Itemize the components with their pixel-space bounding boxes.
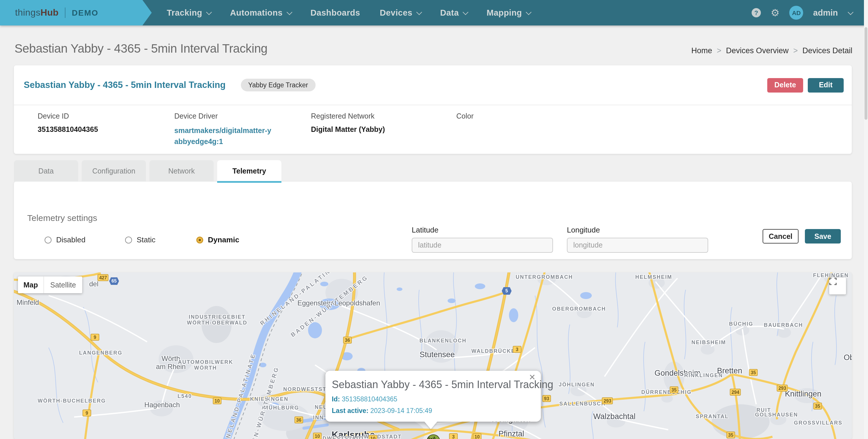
scrollbar[interactable]	[864, 0, 868, 439]
popup-last-active-row: Last active: 2023-09-14 17:05:49	[332, 407, 533, 414]
device-type-badge: Yabby Edge Tracker	[241, 79, 316, 91]
antenna-icon	[427, 435, 435, 439]
brand-name-right: Hub	[40, 7, 59, 18]
chevron-down-icon	[526, 9, 532, 15]
edit-button[interactable]: Edit	[808, 78, 844, 92]
avatar[interactable]: AD	[789, 6, 803, 20]
map-button[interactable]: Map	[18, 276, 44, 293]
telemetry-settings-card: Telemetry settings Disabled Static Dynam…	[14, 181, 852, 259]
fullscreen-icon[interactable]	[829, 278, 846, 294]
device-fields: Device ID 351358810404365 Device Driver …	[14, 105, 852, 154]
tab-data[interactable]: Data	[14, 160, 78, 181]
chevron-down-icon	[463, 9, 469, 15]
tab-network[interactable]: Network	[149, 160, 214, 181]
field-device-id: Device ID 351358810404365	[38, 112, 98, 134]
latitude-group: Latitude	[412, 226, 553, 253]
radio-icon	[125, 236, 132, 243]
map-info-window: ✕ Sebastian Yabby - 4365 - 5min Interval…	[326, 371, 541, 421]
popup-id-row: Id: 351358810404365	[332, 396, 533, 403]
app-root: thingsHub DEMO Tracking Automations Dash…	[0, 0, 868, 439]
map-type-control: Map Satellite	[18, 276, 82, 293]
environment-badge: DEMO	[72, 8, 98, 18]
field-registered-network: Registered Network Digital Matter (Yabby…	[311, 112, 385, 134]
close-icon[interactable]: ✕	[529, 373, 536, 381]
brand-name-left: things	[15, 7, 40, 18]
radio-static[interactable]: Static	[125, 235, 155, 244]
breadcrumb-home[interactable]: Home	[691, 46, 712, 55]
map-canvas[interactable]: MinfelddelLANGENBERGWörth am RheinINDUST…	[14, 272, 852, 439]
main-nav: Tracking Automations Dashboards Devices …	[167, 0, 530, 26]
page-title: Sebastian Yabby - 4365 - 5min Interval T…	[14, 42, 268, 56]
brand-divider	[65, 7, 65, 18]
chevron-down-icon	[287, 9, 292, 15]
top-nav-bar: thingsHub DEMO Tracking Automations Dash…	[0, 0, 868, 26]
breadcrumb: Home > Devices Overview > Devices Detail	[691, 46, 852, 55]
longitude-input[interactable]	[567, 238, 708, 253]
device-summary-card: Sebastian Yabby - 4365 - 5min Interval T…	[14, 65, 852, 154]
chevron-down-icon	[416, 9, 422, 15]
tab-configuration[interactable]: Configuration	[82, 160, 146, 181]
satellite-button[interactable]: Satellite	[44, 276, 82, 293]
fullscreen-glyph	[829, 278, 837, 285]
nav-item-dashboards[interactable]: Dashboards	[310, 8, 360, 18]
nav-item-devices[interactable]: Devices	[380, 8, 421, 18]
chevron-down-icon[interactable]	[848, 9, 854, 15]
save-button[interactable]: Save	[805, 229, 841, 243]
detail-tabs: Data Configuration Network Telemetry	[14, 160, 281, 181]
device-title: Sebastian Yabby - 4365 - 5min Interval T…	[24, 80, 225, 90]
gear-icon[interactable]: ⚙	[771, 8, 780, 18]
radio-dynamic[interactable]: Dynamic	[196, 235, 239, 244]
latitude-input[interactable]	[412, 238, 553, 253]
cancel-button[interactable]: Cancel	[763, 229, 799, 243]
field-color: Color	[456, 112, 474, 126]
scrollbar-thumb[interactable]	[865, 27, 867, 120]
longitude-group: Longitude	[567, 226, 708, 253]
delete-button[interactable]: Delete	[767, 78, 803, 92]
radio-icon-selected	[196, 236, 203, 243]
chevron-down-icon	[206, 9, 212, 15]
field-device-driver: Device Driver smartmakers/digitalmatter-…	[174, 112, 272, 147]
breadcrumb-devices-detail: Devices Detail	[802, 46, 852, 55]
popup-title: Sebastian Yabby - 4365 - 5min Interval T…	[332, 378, 533, 391]
nav-item-mapping[interactable]: Mapping	[487, 8, 530, 18]
nav-right-cluster: ? ⚙ AD admin	[752, 0, 852, 26]
breadcrumb-devices-overview[interactable]: Devices Overview	[726, 46, 789, 55]
brand-logo[interactable]: thingsHub DEMO	[0, 0, 152, 26]
tab-telemetry[interactable]: Telemetry	[217, 160, 281, 181]
device-card-header: Sebastian Yabby - 4365 - 5min Interval T…	[14, 65, 852, 105]
user-menu[interactable]: admin	[813, 8, 838, 18]
help-icon[interactable]: ?	[752, 8, 761, 18]
radio-icon	[44, 236, 52, 243]
radio-disabled[interactable]: Disabled	[44, 235, 85, 244]
nav-item-tracking[interactable]: Tracking	[167, 8, 211, 18]
device-driver-link[interactable]: smartmakers/digitalmatter-yabbyedge4g:1	[174, 126, 272, 147]
nav-item-data[interactable]: Data	[440, 8, 467, 18]
nav-item-automations[interactable]: Automations	[230, 8, 291, 18]
